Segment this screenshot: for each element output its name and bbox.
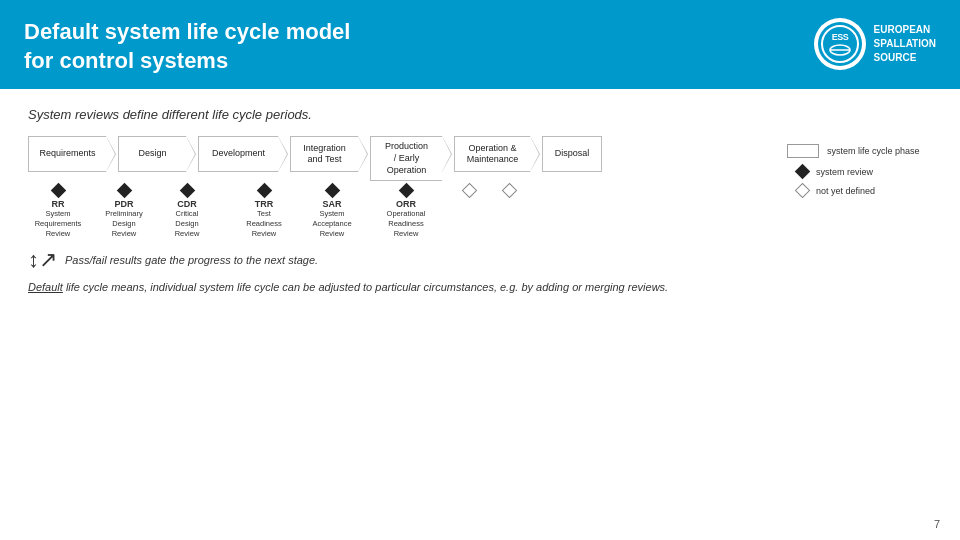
header: Default system life cycle model for cont…: [0, 0, 960, 89]
review-pdr-abbr: PDR: [114, 199, 133, 209]
legend-diamond-filled: [795, 164, 811, 180]
svg-point-0: [818, 22, 862, 66]
diamond-tbd1: [461, 183, 477, 199]
ess-logo: ESS: [814, 18, 866, 70]
legend-phase-box: [787, 144, 819, 158]
diamond-orr: [398, 183, 414, 199]
diamond-tbd2: [501, 183, 517, 199]
review-tbd1: [454, 185, 484, 199]
title-line2: for control systems: [24, 47, 350, 76]
phase-requirements: Requirements: [28, 136, 106, 181]
phases-row: Requirements Design Development: [28, 136, 769, 181]
phase-disposal: Disposal: [542, 136, 602, 181]
header-title: Default system life cycle model for cont…: [24, 18, 350, 75]
review-cdr-abbr: CDR: [177, 199, 197, 209]
default-note: Default life cycle means, individual sys…: [28, 279, 932, 297]
diamond-rr: [50, 183, 66, 199]
pass-fail-row: ↕↗ Pass/fail results gate the progress t…: [28, 249, 932, 271]
legend-review-label: system review: [816, 167, 873, 177]
review-trr-label: Test Readiness Review: [246, 209, 281, 238]
pass-fail-text: Pass/fail results gate the progress to t…: [65, 254, 318, 266]
diamond-sar: [324, 183, 340, 199]
review-rr-abbr: RR: [52, 199, 65, 209]
phase-operation: Operation &Maintenance: [454, 136, 530, 181]
diamond-trr: [256, 183, 272, 199]
review-sar-label: System Acceptance Review: [312, 209, 351, 238]
svg-text:ESS: ESS: [831, 32, 848, 42]
subtitle: System reviews define different life cyc…: [28, 107, 932, 122]
phase-development: Development: [198, 136, 278, 181]
review-sar: SAR System Acceptance Review: [306, 185, 358, 238]
diamond-cdr: [179, 183, 195, 199]
legend-diamond-outline: [795, 183, 811, 199]
review-cdr: CDR Critical Design Review: [162, 185, 212, 238]
phase-production: Production/ EarlyOperation: [370, 136, 442, 181]
review-tbd2: [494, 185, 524, 199]
review-pdr: PDR Preliminary Design Review: [98, 185, 150, 238]
content-area: System reviews define different life cyc…: [0, 89, 960, 306]
page-number: 7: [934, 518, 940, 530]
review-orr-label: Operational Readiness Review: [387, 209, 426, 238]
phase-design: Design: [118, 136, 186, 181]
legend-notdefined-label: not yet defined: [816, 186, 875, 196]
title-line1: Default system life cycle model: [24, 18, 350, 47]
legend-phase-label: system life cycle phase: [827, 146, 920, 156]
reviews-row: RR System Requirements Review PDR Prelim…: [32, 185, 769, 238]
review-pdr-label: Preliminary Design Review: [105, 209, 143, 238]
legend-review: system review: [787, 166, 932, 177]
review-rr-label: System Requirements Review: [35, 209, 82, 238]
lifecycle-diagram: Requirements Design Development: [28, 136, 769, 238]
default-note-rest: life cycle means, individual system life…: [63, 281, 668, 293]
review-sar-abbr: SAR: [322, 199, 341, 209]
legend: system life cycle phase system review no…: [787, 144, 932, 196]
logo-area: ESS EUROPEAN SPALLATION SOURCE: [814, 18, 936, 70]
review-cdr-label: Critical Design Review: [175, 209, 200, 238]
logo-text: EUROPEAN SPALLATION SOURCE: [874, 23, 936, 65]
review-trr-abbr: TRR: [255, 199, 274, 209]
review-rr: RR System Requirements Review: [32, 185, 84, 238]
legend-notdefined: not yet defined: [787, 185, 932, 196]
review-orr: ORR Operational Readiness Review: [380, 185, 432, 238]
phase-integration: Integrationand Test: [290, 136, 358, 181]
review-trr: TRR Test Readiness Review: [238, 185, 290, 238]
bottom-notes: ↕↗ Pass/fail results gate the progress t…: [28, 249, 932, 297]
diamond-pdr: [116, 183, 132, 199]
legend-phase: system life cycle phase: [787, 144, 932, 158]
arrows-icon: ↕↗: [28, 249, 57, 271]
default-underline: Default: [28, 281, 63, 293]
review-orr-abbr: ORR: [396, 199, 416, 209]
